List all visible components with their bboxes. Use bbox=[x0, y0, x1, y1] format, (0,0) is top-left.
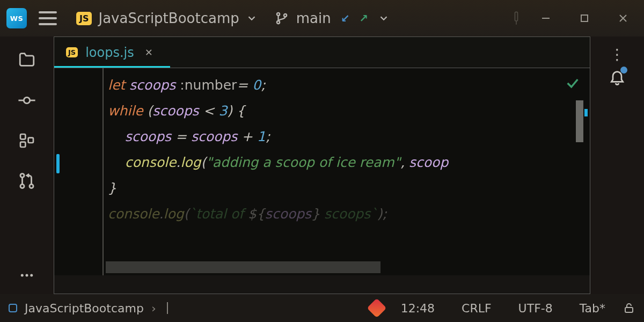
svg-point-1 bbox=[277, 21, 280, 24]
git-branch-icon[interactable] bbox=[275, 11, 289, 25]
project-name: JavaScriptBootcamp bbox=[98, 10, 239, 26]
svg-point-0 bbox=[277, 13, 280, 16]
pull-requests-tool-icon[interactable] bbox=[18, 172, 36, 190]
svg-rect-13 bbox=[28, 138, 33, 143]
svg-point-16 bbox=[30, 184, 33, 188]
chevron-down-icon bbox=[246, 12, 258, 24]
ai-assistant-icon[interactable] bbox=[367, 298, 386, 318]
outgoing-changes-icon[interactable]: ↗ bbox=[359, 12, 368, 25]
svg-rect-3 bbox=[515, 12, 518, 21]
status-project-name[interactable]: JavaScriptBootcamp bbox=[25, 302, 144, 315]
editor-bottom-gap bbox=[54, 275, 590, 294]
project-status-icon[interactable] bbox=[9, 304, 17, 312]
editor-cursor-marker bbox=[56, 154, 60, 173]
svg-point-14 bbox=[20, 174, 24, 178]
project-tool-icon[interactable] bbox=[18, 50, 36, 69]
line-separator[interactable]: CRLF bbox=[452, 302, 501, 315]
svg-point-19 bbox=[30, 274, 33, 277]
left-tool-strip bbox=[0, 36, 54, 294]
incoming-changes-icon[interactable]: ↙ bbox=[341, 12, 350, 25]
close-tab-icon[interactable]: ✕ bbox=[145, 47, 153, 58]
more-tools-icon[interactable] bbox=[19, 267, 35, 283]
right-tool-strip: ⋮ bbox=[590, 36, 644, 294]
svg-point-15 bbox=[20, 184, 24, 188]
window-close-button[interactable] bbox=[609, 9, 638, 27]
svg-rect-5 bbox=[581, 15, 588, 21]
tab-label: loops.js bbox=[85, 45, 134, 60]
window-minimize-button[interactable] bbox=[531, 9, 560, 27]
svg-point-18 bbox=[26, 274, 28, 277]
js-icon: JS bbox=[76, 12, 92, 25]
svg-rect-11 bbox=[20, 134, 25, 139]
svg-point-17 bbox=[21, 274, 24, 277]
notification-dot bbox=[620, 67, 627, 74]
breadcrumb-separator: › bbox=[151, 302, 156, 315]
code-content[interactable]: let scoops :number= 0; while (scoops < 3… bbox=[108, 72, 590, 227]
breadcrumb-cursor bbox=[167, 302, 168, 314]
indent-setting[interactable]: Tab* bbox=[570, 302, 615, 315]
main-menu-icon[interactable] bbox=[36, 9, 59, 27]
branch-name[interactable]: main bbox=[296, 10, 331, 26]
notifications-icon[interactable] bbox=[609, 68, 626, 85]
editor-tabs: JS loops.js ✕ bbox=[54, 36, 590, 68]
app-logo[interactable]: WS bbox=[6, 8, 27, 28]
code-editor[interactable]: let scoops :number= 0; while (scoops < 3… bbox=[54, 68, 590, 294]
svg-point-2 bbox=[284, 14, 287, 17]
editor-options-icon[interactable]: ⋮ bbox=[610, 52, 625, 57]
tab-loops-js[interactable]: JS loops.js ✕ bbox=[54, 37, 165, 68]
caret-position[interactable]: 12:48 bbox=[391, 302, 444, 315]
title-bar: WS JS JavaScriptBootcamp main ↙ ↗ bbox=[0, 0, 644, 36]
status-bar: JavaScriptBootcamp › 12:48 CRLF UTF-8 Ta… bbox=[0, 294, 644, 322]
file-encoding[interactable]: UTF-8 bbox=[509, 302, 562, 315]
svg-rect-20 bbox=[625, 308, 633, 312]
js-file-icon: JS bbox=[66, 47, 78, 57]
scrollbar-h[interactable] bbox=[106, 261, 380, 273]
window-maximize-button[interactable] bbox=[570, 9, 599, 27]
commit-tool-icon[interactable] bbox=[18, 91, 36, 109]
vcs-chevron-down-icon[interactable] bbox=[378, 12, 390, 24]
svg-point-8 bbox=[24, 97, 30, 103]
svg-rect-12 bbox=[20, 142, 25, 147]
editor-gutter bbox=[54, 68, 104, 294]
readonly-lock-icon[interactable] bbox=[623, 302, 635, 314]
structure-tool-icon[interactable] bbox=[18, 132, 35, 149]
project-selector[interactable]: JS JavaScriptBootcamp bbox=[69, 6, 265, 31]
code-with-me-icon[interactable] bbox=[511, 10, 522, 26]
